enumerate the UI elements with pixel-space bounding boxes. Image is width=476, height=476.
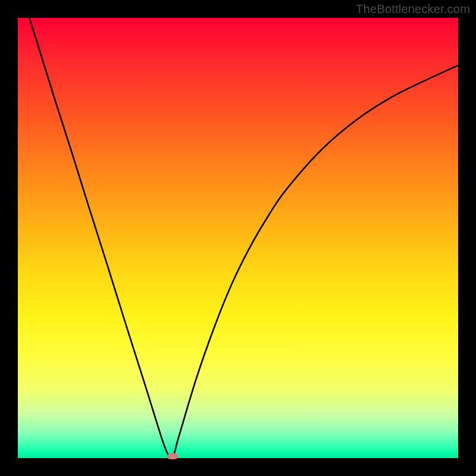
bottleneck-curve [18,18,458,458]
watermark-text: TheBottlenecker.com [356,2,470,16]
curve-svg [18,18,458,458]
plot-area [18,18,458,458]
chart-frame: TheBottlenecker.com [0,0,476,476]
minimum-marker [167,453,178,459]
